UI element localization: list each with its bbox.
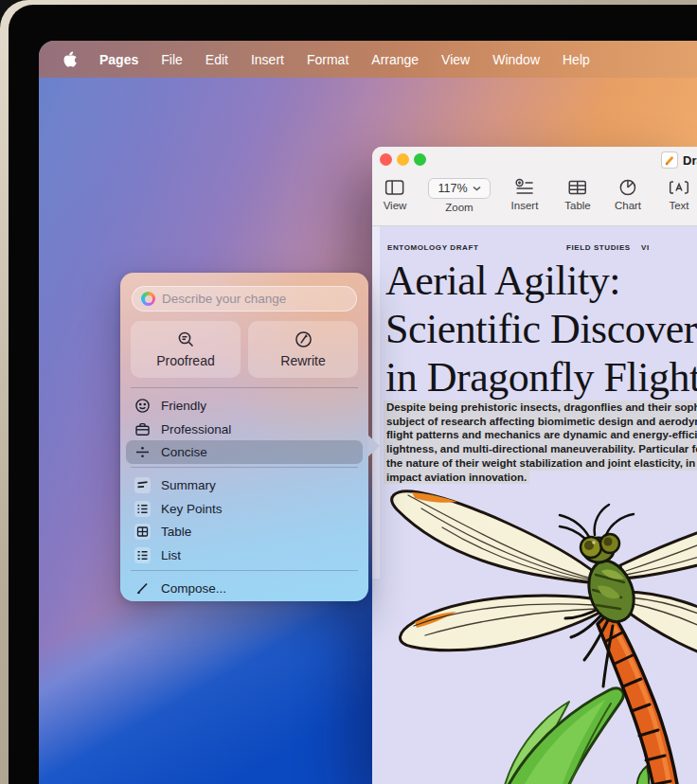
apple-intelligence-icon [141, 292, 155, 306]
input-placeholder: Describe your change [162, 292, 286, 306]
describe-change-input[interactable]: Describe your change [132, 286, 357, 312]
menu-edit[interactable]: Edit [206, 52, 228, 67]
eyebrow-right: VI [641, 243, 650, 252]
close-button[interactable] [380, 153, 392, 166]
toolbar-text-button[interactable]: Text [669, 178, 689, 211]
document-canvas[interactable]: ENTOMOLOGY DRAFT FIELD STUDIES VI Aerial… [372, 226, 697, 784]
pages-window: Dragonf View 117% Zoom Insert [372, 147, 697, 784]
toolbar: View 117% Zoom Insert Table [372, 173, 697, 226]
selected-paragraph[interactable]: Despite being prehistoric insects, drago… [384, 401, 697, 484]
minimize-button[interactable] [397, 153, 409, 166]
pages-document-icon [662, 152, 677, 168]
menu-view[interactable]: View [441, 52, 470, 67]
divider [131, 467, 358, 468]
eyebrow-center: FIELD STUDIES [566, 243, 631, 252]
eyebrow-left: ENTOMOLOGY DRAFT [387, 243, 478, 252]
concise-icon [134, 444, 151, 460]
divider [131, 570, 358, 571]
menu-item-professional[interactable]: Professional [126, 418, 363, 441]
menu-file[interactable]: File [161, 52, 183, 67]
rewrite-icon [295, 330, 313, 348]
table-icon [136, 526, 149, 538]
menu-arrange[interactable]: Arrange [371, 52, 419, 67]
menu-item-friendly[interactable]: Friendly [126, 394, 363, 418]
toolbar-chart-button[interactable]: Chart [615, 178, 641, 211]
menu-item-compose[interactable]: Compose... [126, 577, 363, 600]
window-title-text: Dragonf [683, 153, 697, 168]
compose-icon [134, 580, 151, 597]
summary-icon [136, 479, 149, 491]
smiley-icon [134, 398, 151, 414]
toolbar-table-button[interactable]: Table [564, 178, 591, 211]
proofread-icon [177, 330, 195, 348]
menu-item-table[interactable]: Table [126, 520, 363, 543]
popover-arrow [367, 435, 380, 457]
menu-item-key-points[interactable]: Key Points [126, 497, 363, 521]
toolbar-insert-button[interactable]: Insert [511, 178, 539, 211]
menu-item-list[interactable]: List [126, 543, 363, 567]
screen: Pages File Edit Insert Format Arrange Vi… [39, 41, 697, 784]
menu-format[interactable]: Format [307, 52, 348, 67]
rewrite-button[interactable]: Rewrite [248, 321, 358, 378]
key-points-icon [136, 503, 149, 515]
toolbar-view-button[interactable]: View [384, 178, 407, 211]
menu-insert[interactable]: Insert [251, 52, 284, 67]
zoom-value: 117% [438, 182, 467, 195]
toolbar-zoom-control[interactable]: 117% Zoom [428, 178, 491, 213]
dragonfly-illustration [372, 484, 697, 784]
briefcase-icon [134, 421, 151, 437]
proofread-button[interactable]: Proofread [131, 321, 241, 378]
menu-pages[interactable]: Pages [99, 52, 138, 67]
document-title[interactable]: Aerial Agility: Scientific Discoveries i… [385, 257, 697, 401]
macbook-frame: Pages File Edit Insert Format Arrange Vi… [0, 0, 697, 784]
writing-tools-popover: Describe your change Proofread Rewrite F… [120, 273, 368, 601]
menu-item-concise[interactable]: Concise [126, 440, 363, 464]
menu-bar: Pages File Edit Insert Format Arrange Vi… [39, 41, 697, 78]
divider [131, 387, 358, 388]
chevron-down-icon [473, 186, 481, 191]
apple-menu-icon[interactable] [63, 51, 77, 67]
menu-item-summary[interactable]: Summary [126, 473, 363, 497]
list-icon [136, 549, 149, 561]
menu-help[interactable]: Help [563, 52, 590, 67]
maximize-button[interactable] [414, 153, 426, 166]
window-titlebar[interactable]: Dragonf [372, 147, 697, 173]
menu-window[interactable]: Window [492, 52, 540, 67]
window-title: Dragonf [662, 152, 697, 168]
